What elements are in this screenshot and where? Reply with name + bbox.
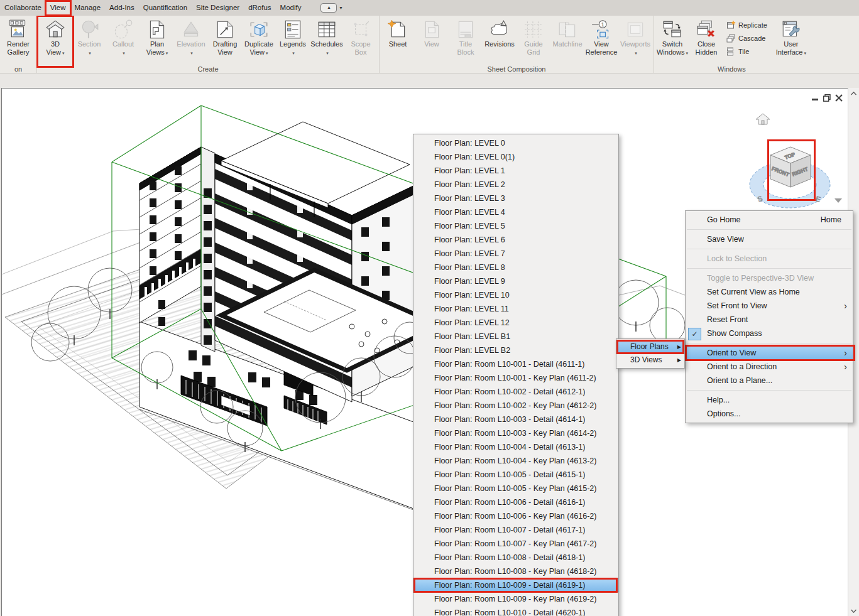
- ribbon-button[interactable]: Legends ▾: [276, 17, 310, 65]
- menu-item[interactable]: Floor Plan: LEVEL 10: [413, 288, 618, 302]
- ribbon-button[interactable]: Title Block▾: [449, 17, 483, 65]
- menu-item[interactable]: Set Front to View ›: [686, 299, 853, 313]
- ribbon-button[interactable]: Sheet ▾: [381, 17, 415, 65]
- ribbon-button-user-interface[interactable]: User Interface▾: [774, 17, 808, 65]
- ribbon-tab[interactable]: View: [46, 0, 70, 16]
- menu-item[interactable]: Floor Plan: Room L10-003 - Detail (4614-…: [413, 413, 618, 426]
- ribbon-button[interactable]: Revisions ▾: [483, 17, 517, 65]
- ribbon-button[interactable]: Close Hidden▾: [689, 17, 723, 65]
- menu-item[interactable]: Floor Plan: LEVEL B1: [413, 330, 618, 343]
- menu-item[interactable]: Floor Plan: LEVEL 8: [413, 261, 618, 274]
- menu-item[interactable]: Floor Plan: LEVEL 1: [413, 164, 618, 178]
- viewcube-home-icon[interactable]: [756, 114, 770, 124]
- chevron-down-icon[interactable]: ▾: [123, 51, 125, 55]
- ribbon-button[interactable]: Switch Windows▾: [655, 17, 689, 65]
- menu-item[interactable]: Floor Plan: Room L10-007 - Key Plan (461…: [413, 537, 618, 551]
- chevron-down-icon[interactable]: ▾: [292, 51, 295, 55]
- menu-item[interactable]: Floor Plan: Room L10-009 - Detail (4619-…: [413, 578, 618, 592]
- menu-item[interactable]: Floor Plan: LEVEL 2: [413, 178, 618, 192]
- menu-item[interactable]: Floor Plan: Room L10-006 - Key Plan (461…: [413, 509, 618, 523]
- ribbon-button[interactable]: Elevation ▾: [174, 17, 208, 65]
- menu-item[interactable]: Floor Plan: Room L10-002 - Key Plan (461…: [413, 399, 618, 413]
- menu-item[interactable]: Orient to a Plane... ›: [686, 374, 853, 387]
- ribbon-collapse-control[interactable]: ▴ ▾: [320, 0, 342, 16]
- menu-item[interactable]: Floor Plan: LEVEL 7: [413, 247, 618, 261]
- menu-item[interactable]: Save View ›: [686, 232, 853, 246]
- menu-item[interactable]: Floor Plan: Room L10-001 - Key Plan (461…: [413, 371, 618, 385]
- viewcube-cube[interactable]: TOP FRONT RIGHT: [770, 147, 811, 187]
- chevron-down-icon[interactable]: ▾: [89, 51, 91, 55]
- menu-item[interactable]: Orient to a Direction ›: [686, 360, 853, 374]
- ribbon-tab[interactable]: Modify: [276, 0, 306, 16]
- chevron-down-icon[interactable]: ▾: [635, 51, 637, 55]
- ribbon-button[interactable]: Section ▾: [72, 17, 106, 65]
- menu-item[interactable]: Floor Plan: LEVEL B2: [413, 343, 618, 357]
- menu-item[interactable]: Floor Plan: Room L10-001 - Detail (4611-…: [413, 357, 618, 371]
- ribbon-button[interactable]: Render Gallery▾: [1, 17, 35, 65]
- ribbon-button[interactable]: Callout ▾: [106, 17, 140, 65]
- menu-item[interactable]: Floor Plan: Room L10-002 - Detail (4612-…: [413, 385, 618, 399]
- menu-item[interactable]: Floor Plan: LEVEL 9: [413, 274, 618, 288]
- menu-item[interactable]: Floor Plan: LEVEL 11: [413, 302, 618, 316]
- menu-item[interactable]: Reset Front ›: [686, 313, 853, 327]
- menu-item[interactable]: 3D Views ▶: [616, 354, 684, 367]
- chevron-down-icon[interactable]: ▾: [804, 51, 807, 55]
- chevron-down-icon[interactable]: ▾: [266, 51, 268, 55]
- ribbon-tab[interactable]: Add-Ins: [105, 0, 139, 16]
- menu-item[interactable]: Orient to View ›: [686, 346, 853, 360]
- menu-item[interactable]: Floor Plan: Room L10-005 - Detail (4615-…: [413, 468, 618, 482]
- minimize-icon[interactable]: [812, 95, 819, 101]
- menu-item[interactable]: Floor Plan: Room L10-010 - Detail (4620-…: [413, 606, 618, 616]
- ribbon-button[interactable]: Viewports ▾: [618, 17, 652, 65]
- collapse-ribbon-icon[interactable]: ▴: [320, 3, 337, 13]
- menu-item[interactable]: Floor Plan: Room L10-003 - Key Plan (461…: [413, 426, 618, 440]
- ribbon-tab[interactable]: Collaborate: [0, 0, 46, 16]
- menu-item[interactable]: Floor Plan: Room L10-004 - Key Plan (461…: [413, 454, 618, 468]
- scroll-up-icon[interactable]: [848, 88, 859, 99]
- menu-item[interactable]: Go Home Home ›: [686, 213, 853, 227]
- menu-item[interactable]: Floor Plan: LEVEL 4: [413, 205, 618, 219]
- ribbon-button[interactable]: Duplicate View▾: [242, 17, 276, 65]
- menu-item[interactable]: Floor Plan: Room L10-008 - Key Plan (461…: [413, 565, 618, 578]
- menu-item[interactable]: Floor Plan: LEVEL 3: [413, 192, 618, 205]
- menu-item[interactable]: Set Current View as Home ›: [686, 285, 853, 299]
- ribbon-tab[interactable]: dRofus: [244, 0, 275, 16]
- menu-item[interactable]: Show Compass ›: [686, 327, 853, 340]
- ribbon-tab[interactable]: Quantification: [139, 0, 192, 16]
- menu-item[interactable]: Floor Plans ▶: [616, 340, 684, 354]
- menu-item[interactable]: Floor Plan: Room L10-005 - Key Plan (461…: [413, 482, 618, 495]
- ribbon-button[interactable]: 1 View Reference▾: [584, 17, 618, 65]
- chevron-down-icon[interactable]: ▾: [62, 51, 65, 55]
- menu-item[interactable]: Options... ›: [686, 407, 853, 421]
- menu-item[interactable]: Lock to Selection ›: [686, 252, 853, 266]
- ribbon-button[interactable]: View ▾: [415, 17, 449, 65]
- viewcube[interactable]: S E TOP FRONT RIGHT: [745, 108, 848, 212]
- viewcube-menu-arrow-icon[interactable]: [834, 198, 842, 203]
- ribbon-tab[interactable]: Manage: [70, 0, 106, 16]
- restore-icon[interactable]: [823, 94, 831, 102]
- scroll-down-icon[interactable]: [848, 605, 859, 616]
- chevron-down-icon[interactable]: ▾: [339, 5, 342, 11]
- chevron-down-icon[interactable]: ▾: [686, 51, 689, 55]
- menu-item[interactable]: Floor Plan: Room L10-009 - Key Plan (461…: [413, 592, 618, 606]
- menu-item[interactable]: Floor Plan: Room L10-006 - Detail (4616-…: [413, 495, 618, 509]
- menu-item[interactable]: Floor Plan: Room L10-008 - Detail (4618-…: [413, 551, 618, 565]
- menu-item[interactable]: Toggle to Perspective-3D View ›: [686, 271, 853, 285]
- menu-item[interactable]: Floor Plan: LEVEL 5: [413, 219, 618, 233]
- chevron-down-icon[interactable]: ▾: [326, 51, 329, 55]
- ribbon-tab[interactable]: Site Designer: [192, 0, 244, 16]
- chevron-down-icon[interactable]: ▾: [166, 51, 168, 55]
- menu-item[interactable]: Floor Plan: LEVEL 12: [413, 316, 618, 330]
- ribbon-button[interactable]: Schedules ▾: [310, 17, 344, 65]
- menu-item[interactable]: Floor Plan: Room L10-004 - Detail (4613-…: [413, 440, 618, 454]
- ribbon-small-button[interactable]: Cascade: [723, 33, 770, 44]
- ribbon-button[interactable]: Matchline ▾: [550, 17, 584, 65]
- menu-item[interactable]: Help... ›: [686, 393, 853, 407]
- close-icon[interactable]: [835, 94, 843, 102]
- menu-item[interactable]: Floor Plan: LEVEL 0: [413, 136, 618, 150]
- menu-item[interactable]: Floor Plan: LEVEL 0(1): [413, 150, 618, 164]
- ribbon-button[interactable]: 3D View▾: [38, 17, 72, 65]
- ribbon-small-button[interactable]: Replicate: [723, 19, 770, 31]
- ribbon-button[interactable]: Scope Box▾: [344, 17, 378, 65]
- ribbon-button[interactable]: Drafting View▾: [208, 17, 242, 65]
